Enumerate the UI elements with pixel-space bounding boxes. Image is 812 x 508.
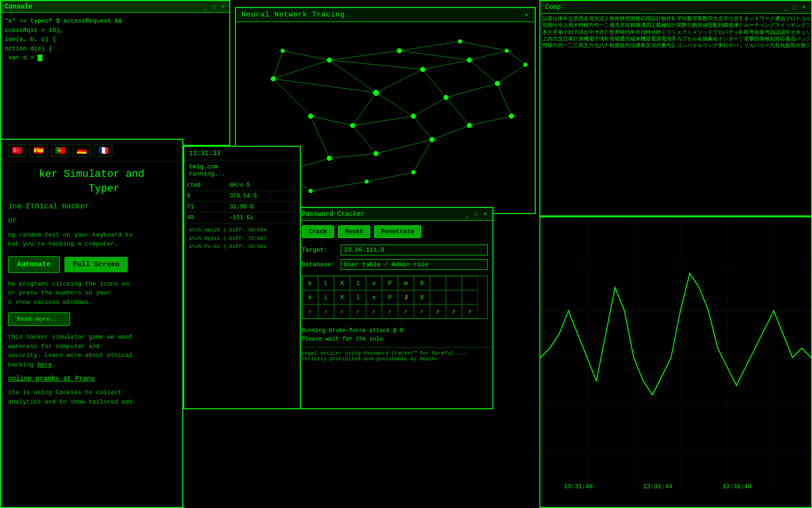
- svg-line-2: [273, 79, 311, 116]
- svg-point-53: [374, 151, 378, 156]
- char-cell-check: ✓: [318, 304, 334, 318]
- console-line-4: nction d(c) {: [5, 44, 226, 54]
- crack-button[interactable]: Crack: [302, 225, 334, 238]
- svg-line-32: [311, 182, 367, 191]
- pw-controls: _ □ ×: [465, 211, 488, 217]
- matrix-titlebar: Comp _ □ ×: [540, 1, 811, 14]
- svg-line-3: [329, 51, 399, 60]
- char-cell: m: [398, 276, 414, 290]
- char-cell: P: [382, 276, 398, 290]
- fullscreen-button[interactable]: Full Screen: [64, 257, 128, 272]
- matrix-close[interactable]: ×: [801, 4, 806, 10]
- svg-line-37: [282, 51, 329, 60]
- sim-body-text: this hacker simulator game we want waren…: [1, 330, 182, 372]
- password-cracker-window: Password Cracker _ □ × Crack Reset Penet…: [296, 207, 493, 409]
- char-cell: k: [302, 290, 318, 304]
- char-cell: [430, 290, 446, 304]
- console-close[interactable]: ×: [220, 3, 226, 10]
- char-cell: [462, 276, 478, 290]
- console-line-2: ccessRqst = 10),: [5, 26, 226, 35]
- svg-line-21: [414, 116, 432, 140]
- svg-point-59: [365, 180, 368, 183]
- char-cell: 8: [414, 290, 430, 304]
- read-more-button[interactable]: Read more...: [8, 312, 70, 326]
- svg-point-41: [458, 40, 462, 43]
- console-line-5: var d =: [5, 53, 226, 63]
- matrix-content: 話器仕体年立意思名現次語人何見自連別国社今入用大時様方代一二三四五六本主手第小対…: [540, 14, 811, 209]
- svg-point-39: [327, 58, 332, 63]
- svg-line-34: [414, 140, 432, 173]
- automate-button[interactable]: Automate: [8, 256, 60, 273]
- char-cell-check: ✓: [350, 304, 366, 318]
- table-row: 8 379.54 G: [184, 191, 300, 202]
- matrix-col-3: 字符数字英数字大文字小文字数値変数関数引数戻値型配列構造体クラスオブジェクトメソ…: [677, 16, 742, 207]
- console-minimize[interactable]: _: [203, 3, 208, 10]
- neural-titlebar: Neural Network Tracing ×: [236, 8, 535, 22]
- char-cell-check: ✓: [382, 304, 398, 318]
- char-cell: L: [318, 290, 334, 304]
- neural-close[interactable]: ×: [524, 12, 529, 18]
- char-cell: x: [366, 290, 382, 304]
- matrix-col-4: ネットワーク通信プロトコルパケットルーティングスイッチングファイアウォール暗号化…: [744, 16, 809, 207]
- table-cell: 31.99 G: [227, 202, 300, 213]
- svg-line-18: [352, 116, 413, 126]
- pw-minimize[interactable]: _: [465, 211, 470, 217]
- svg-rect-62: [540, 217, 811, 493]
- svg-line-11: [376, 70, 422, 93]
- pw-titlebar: Password Cracker _ □ ×: [297, 208, 492, 221]
- cursor: [38, 55, 42, 61]
- char-cell: l: [350, 276, 366, 290]
- svg-point-46: [421, 67, 425, 72]
- svg-text:13:31:40: 13:31:40: [564, 483, 593, 490]
- matrix-maximize[interactable]: □: [792, 4, 797, 10]
- flag-tr: 🇹🇷: [8, 144, 26, 157]
- graph-content: 13:31:40 13:31:44 13:31:48: [540, 217, 811, 493]
- char-grid: k L X l x P m 8 k L X l x P J 8 ✓ ✓: [302, 276, 488, 319]
- target-label: Target:: [302, 246, 337, 254]
- svg-point-38: [271, 77, 276, 81]
- sim-flags: 🇹🇷 🇪🇸 🇵🇹 🇩🇪 🇫🇷: [1, 140, 182, 162]
- pw-status: Running brute-force attack @ 0 Please wa…: [297, 323, 492, 347]
- matrix-minimize[interactable]: _: [783, 4, 789, 10]
- sim-pranks[interactable]: online pranks at Pranx: [1, 372, 182, 385]
- mid-site: tmig.com: [189, 163, 218, 170]
- pw-close[interactable]: ×: [483, 211, 488, 217]
- sim-subtitle: ine Ethical Hacker: [1, 199, 182, 214]
- reset-button[interactable]: Reset: [338, 225, 370, 238]
- svg-line-10: [507, 51, 525, 65]
- char-cell-cross: ✗: [430, 304, 446, 318]
- database-input[interactable]: [341, 259, 488, 270]
- char-cell: 8: [414, 276, 430, 290]
- table-cell: 40: [184, 213, 227, 223]
- console-title: Console: [5, 3, 32, 10]
- here-link[interactable]: here: [37, 361, 52, 368]
- target-input[interactable]: [341, 245, 488, 255]
- flag-pt: 🇵🇹: [51, 144, 69, 157]
- table-cell: ~151 Gi: [227, 213, 300, 223]
- svg-line-16: [311, 116, 352, 126]
- console-titlebar: Console _ □ ×: [1, 1, 229, 13]
- pw-maximize[interactable]: □: [474, 211, 479, 217]
- flag-fr: 🇫🇷: [94, 144, 112, 157]
- svg-line-27: [376, 140, 432, 154]
- svg-text:13:31:48: 13:31:48: [722, 483, 751, 490]
- svg-point-48: [350, 123, 355, 128]
- pw-action-buttons: Crack Reset Penetrate: [297, 221, 492, 243]
- console-line-1: "e" == typeof $.accessRequest &&: [5, 16, 226, 26]
- svg-line-0: [273, 60, 329, 79]
- matrix-panel: Comp _ □ × 話器仕体年立意思名現次語人何見自連別国社今入用大時様方代一…: [539, 0, 812, 216]
- svg-point-60: [412, 170, 415, 174]
- mid-status: tmig.com running...: [184, 160, 300, 180]
- svg-point-52: [327, 156, 332, 160]
- table-row: 40 ~151 Gi: [184, 213, 300, 223]
- char-cell-check: ✓: [366, 304, 382, 318]
- console-maximize[interactable]: □: [211, 3, 217, 10]
- svg-line-7: [399, 41, 460, 51]
- sim-instruction: he programs clicking the icons on or pre…: [1, 278, 182, 309]
- svg-point-42: [467, 58, 472, 63]
- svg-line-6: [399, 51, 469, 60]
- penetrate-button[interactable]: Penetrate: [374, 225, 421, 238]
- svg-line-22: [446, 83, 497, 97]
- console-window: Console _ □ × "e" == typeof $.accessRequ…: [0, 0, 230, 146]
- table-cell: 8: [184, 191, 227, 202]
